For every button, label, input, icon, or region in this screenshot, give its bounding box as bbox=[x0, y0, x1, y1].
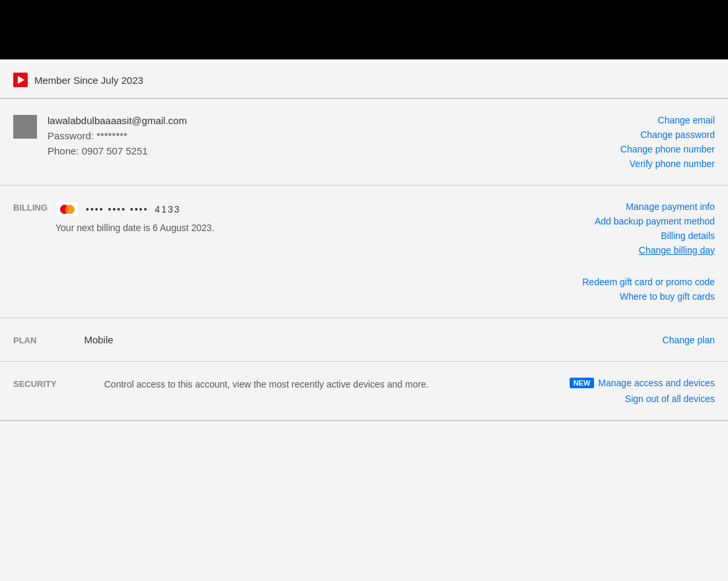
security-actions: NEW Manage access and devices Sign out o… bbox=[517, 378, 715, 404]
member-bar: Member Since July 2023 bbox=[0, 59, 728, 98]
billing-section: BILLING •••• •••• •••• 4133 Your next bi… bbox=[0, 186, 728, 318]
manage-access-link[interactable]: Manage access and devices bbox=[598, 378, 715, 388]
security-section: SECURITY Control access to this account,… bbox=[0, 362, 728, 421]
account-section: lawalabdulbaaaasit@gmail.com Password: *… bbox=[0, 99, 728, 186]
add-backup-link[interactable]: Add backup payment method bbox=[595, 216, 715, 226]
change-plan-link[interactable]: Change plan bbox=[663, 335, 715, 345]
billing-details-link[interactable]: Billing details bbox=[661, 230, 715, 241]
manage-payment-link[interactable]: Manage payment info bbox=[626, 201, 715, 212]
password-value: ******** bbox=[96, 130, 127, 141]
billing-date-text: Your next billing date is 6 August 2023. bbox=[55, 222, 215, 233]
divider-bottom bbox=[0, 421, 728, 421]
change-email-link[interactable]: Change email bbox=[658, 115, 715, 125]
plan-label: PLAN bbox=[13, 334, 36, 345]
member-since-text: Member Since July 2023 bbox=[34, 75, 143, 86]
verify-phone-link[interactable]: Verify phone number bbox=[630, 158, 715, 169]
change-password-link[interactable]: Change password bbox=[640, 129, 715, 140]
card-dots: •••• •••• •••• bbox=[86, 204, 149, 215]
change-billing-day-link[interactable]: Change billing day bbox=[639, 245, 715, 256]
redeem-gift-link[interactable]: Redeem gift card or promo code bbox=[582, 277, 715, 287]
new-badge: NEW bbox=[570, 378, 595, 388]
account-actions: Change email Change password Change phon… bbox=[517, 115, 715, 169]
plan-actions: Change plan bbox=[517, 335, 715, 345]
top-bar bbox=[0, 0, 728, 59]
manage-access-row: NEW Manage access and devices bbox=[570, 378, 715, 388]
plan-value: Mobile bbox=[44, 334, 517, 345]
phone-value: 0907 507 5251 bbox=[82, 145, 148, 156]
plan-section: PLAN Mobile Change plan bbox=[0, 318, 728, 362]
card-row: •••• •••• •••• 4133 bbox=[55, 201, 215, 217]
card-last4: 4133 bbox=[155, 204, 181, 215]
billing-label: BILLING bbox=[13, 201, 48, 213]
where-gift-link[interactable]: Where to buy gift cards bbox=[620, 291, 715, 302]
change-phone-link[interactable]: Change phone number bbox=[620, 144, 715, 154]
avatar bbox=[13, 115, 37, 139]
phone-line: Phone: 0907 507 5251 bbox=[48, 145, 187, 156]
security-description: Control access to this account, view the… bbox=[65, 378, 517, 392]
mastercard-icon bbox=[55, 201, 79, 217]
password-label: Password: bbox=[48, 130, 94, 141]
email-text: lawalabdulbaaaasit@gmail.com bbox=[48, 115, 187, 126]
sign-out-link[interactable]: Sign out of all devices bbox=[625, 393, 715, 404]
phone-label: Phone: bbox=[48, 145, 79, 156]
netflix-icon bbox=[13, 73, 28, 87]
password-line: Password: ******** bbox=[48, 130, 187, 141]
security-label: SECURITY bbox=[13, 378, 57, 389]
billing-actions: Manage payment info Add backup payment m… bbox=[517, 201, 715, 302]
